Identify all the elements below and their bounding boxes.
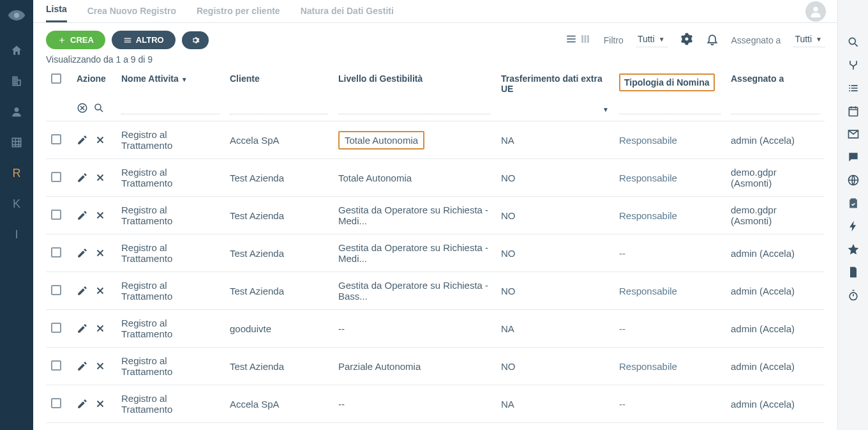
right-star-icon[interactable] [847,243,860,256]
right-clipboard-icon[interactable] [847,197,860,210]
filter-select[interactable]: Tutti▼ [636,33,668,47]
assigned-select[interactable]: Tutti▼ [793,33,825,47]
row-checkbox[interactable] [51,247,61,257]
row-checkbox[interactable] [51,360,61,371]
tab-crea[interactable]: Crea Nuovo Registro [87,1,176,22]
col-cliente[interactable]: Cliente [225,67,333,99]
cell-cliente[interactable]: Test Azienda [225,423,333,431]
nav-i[interactable]: I [0,221,33,248]
delete-icon[interactable] [94,285,106,296]
data-table: Azione Nome Attivita▼ Cliente Livello di… [46,67,825,430]
cell-tipologia[interactable]: Responsabile [614,159,726,197]
cell-nome[interactable]: Registro al Trattamento [116,423,225,431]
bell-icon[interactable] [706,33,719,47]
cell-nome[interactable]: Registro al Trattamento [116,159,225,197]
edit-icon[interactable] [77,134,88,146]
tab-registro-cliente[interactable]: Registro per cliente [197,1,280,22]
create-button[interactable]: CREA [46,31,105,49]
nav-r[interactable]: R [0,160,33,187]
view-columns-icon[interactable] [580,33,591,47]
tab-lista[interactable]: Lista [46,0,67,22]
search-filter-icon[interactable] [93,102,105,114]
select-all-checkbox[interactable] [51,73,61,84]
cell-cliente[interactable]: Test Azienda [225,348,333,385]
nav-home[interactable] [0,37,33,64]
right-doc-icon[interactable] [847,266,860,279]
edit-icon[interactable] [77,323,88,334]
cell-tipologia[interactable]: Responsabile [614,272,726,310]
filter-trasferimento-dropdown[interactable]: ▼ [602,106,609,113]
cell-tipologia[interactable]: -- [614,310,726,348]
edit-icon[interactable] [77,285,88,296]
tab-natura[interactable]: Natura dei Dati Gestiti [301,1,394,22]
settings-button[interactable] [182,31,209,49]
col-nome[interactable]: Nome Attivita▼ [116,67,225,99]
toolbar-gear-icon[interactable] [680,33,693,47]
delete-icon[interactable] [94,172,106,183]
col-tipologia[interactable]: Tipologia di Nomina [614,67,726,99]
cell-nome[interactable]: Registro al Trattamento [116,348,225,385]
cell-tipologia[interactable]: -- [614,423,726,431]
row-checkbox[interactable] [51,134,61,144]
right-search-icon[interactable] [847,36,860,49]
cell-cliente[interactable]: Accela SpA [225,385,333,423]
clear-filter-icon[interactable] [77,102,88,114]
cell-nome[interactable]: Registro al Trattamento [116,121,225,159]
cell-cliente[interactable]: Test Azienda [225,197,333,234]
right-bolt-icon[interactable] [847,220,860,233]
right-timer-icon[interactable] [847,289,860,302]
cell-tipologia[interactable]: -- [614,385,726,423]
cell-tipologia[interactable]: -- [614,234,726,272]
view-list-icon[interactable] [565,33,577,47]
cell-tipologia[interactable]: Responsabile [614,348,726,385]
delete-icon[interactable] [94,247,106,259]
row-checkbox[interactable] [51,210,61,220]
nav-k[interactable]: K [0,190,33,217]
nav-user[interactable] [0,98,33,125]
edit-icon[interactable] [77,247,88,259]
edit-icon[interactable] [77,398,88,410]
edit-icon[interactable] [77,210,88,221]
col-livello[interactable]: Livello di Gestibilità [333,67,496,99]
other-button[interactable]: ALTRO [112,31,176,49]
user-avatar[interactable] [805,1,826,22]
cell-nome[interactable]: Registro al Trattamento [116,234,225,272]
edit-icon[interactable] [77,172,88,183]
cell-tipologia[interactable]: Responsabile [614,197,726,234]
right-branch-icon[interactable] [847,59,860,72]
row-checkbox[interactable] [51,398,61,408]
right-mail-icon[interactable] [847,128,860,141]
cell-tipologia[interactable]: Responsabile [614,121,726,159]
cell-nome[interactable]: Registro al Trattamento [116,197,225,234]
delete-icon[interactable] [94,398,106,410]
filter-assegnato[interactable] [731,102,819,114]
right-calendar-icon[interactable] [847,105,860,118]
edit-icon[interactable] [77,360,88,372]
row-checkbox[interactable] [51,323,61,333]
filter-nome[interactable] [121,102,220,114]
row-checkbox[interactable] [51,172,61,182]
cell-cliente[interactable]: Test Azienda [225,272,333,310]
delete-icon[interactable] [94,323,106,334]
delete-icon[interactable] [94,134,106,146]
filter-tipologia[interactable] [619,102,721,114]
col-assegnato[interactable]: Assegnato a [726,67,825,99]
delete-icon[interactable] [94,360,106,372]
cell-nome[interactable]: Registro al Trattamento [116,310,225,348]
filter-cliente[interactable] [230,102,328,114]
cell-cliente[interactable]: Accela SpA [225,121,333,159]
cell-nome[interactable]: Registro al Trattamento [116,385,225,423]
nav-building[interactable] [0,68,33,95]
right-chat-icon[interactable] [847,151,860,164]
cell-cliente[interactable]: Test Azienda [225,159,333,197]
col-trasferimento[interactable]: Trasferimento dati extra UE [496,67,614,99]
cell-cliente[interactable]: Test Azienda [225,234,333,272]
right-globe-icon[interactable] [847,174,860,187]
nav-grid[interactable] [0,129,33,156]
right-list-icon[interactable] [847,82,860,95]
cell-nome[interactable]: Registro al Trattamento [116,272,225,310]
delete-icon[interactable] [94,210,106,221]
cell-cliente[interactable]: gooduivte [225,310,333,348]
filter-livello[interactable] [338,102,491,114]
row-checkbox[interactable] [51,285,61,295]
